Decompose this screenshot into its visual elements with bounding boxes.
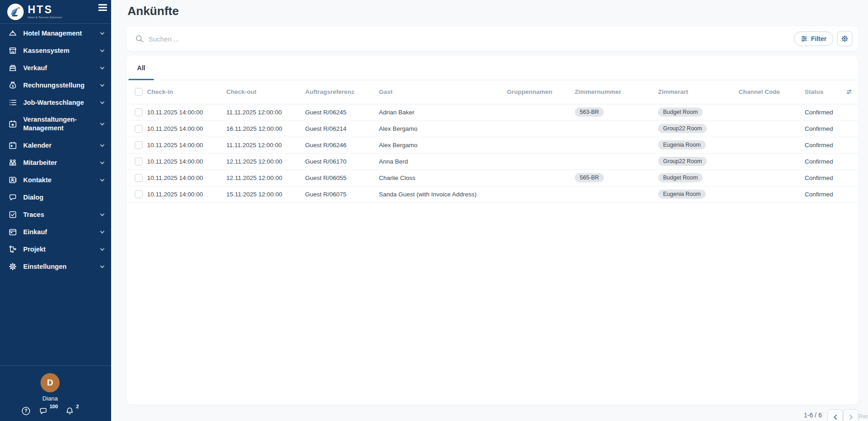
pagination-prev-button[interactable] bbox=[827, 409, 843, 421]
bell-icon[interactable] bbox=[65, 406, 75, 416]
check-in-cell: 10.11.2025 14:00:00 bbox=[147, 104, 226, 120]
group-name-cell bbox=[507, 169, 575, 186]
sidebar-item-dialog[interactable]: Dialog bbox=[0, 189, 111, 206]
table-row[interactable]: 10.11.2025 14:00:0012.11.2025 12:00:00Gu… bbox=[127, 169, 858, 186]
sidebar-item-kalender[interactable]: Kalender bbox=[0, 137, 111, 154]
column-header-channel-code: Channel Code bbox=[739, 80, 805, 104]
status-cell: Confirmed bbox=[805, 104, 845, 120]
gear-icon bbox=[841, 35, 849, 43]
hts-logo[interactable] bbox=[7, 4, 24, 20]
order-reference-cell: Guest R/06055 bbox=[305, 169, 379, 186]
avatar[interactable]: D bbox=[41, 373, 60, 392]
row-checkbox[interactable] bbox=[135, 141, 143, 149]
sidebar-item-einkauf[interactable]: Einkauf bbox=[0, 223, 111, 241]
table-row[interactable]: 10.11.2025 14:00:0011.11.2025 12:00:00Gu… bbox=[127, 104, 858, 120]
filter-button[interactable]: Filter bbox=[794, 31, 833, 46]
sidebar-item-label: Dialog bbox=[23, 193, 105, 202]
guest-cell: Adrian Baker bbox=[379, 104, 507, 120]
row-checkbox[interactable] bbox=[135, 125, 143, 133]
chevron-down-icon bbox=[100, 178, 105, 183]
chat-icon bbox=[8, 193, 17, 202]
channel-code-cell bbox=[739, 120, 805, 137]
check-in-cell: 10.11.2025 14:00:00 bbox=[147, 169, 226, 186]
guest-cell: Alex Bergamo bbox=[379, 137, 507, 153]
people-icon bbox=[8, 158, 17, 167]
sidebar-nav: Hotel ManagementKassensystemVerkauf$Rech… bbox=[0, 24, 111, 275]
room-number-cell bbox=[575, 120, 658, 137]
help-icon[interactable]: ? bbox=[21, 406, 31, 416]
table-row[interactable]: 10.11.2025 14:00:0015.11.2025 12:00:00Gu… bbox=[127, 186, 858, 202]
table-row[interactable]: 10.11.2025 14:00:0012.11.2025 12:00:00Gu… bbox=[127, 153, 858, 169]
status-cell: Confirmed bbox=[805, 137, 845, 153]
chevron-down-icon bbox=[100, 264, 105, 269]
room-type-badge: Group22 Room bbox=[658, 124, 707, 133]
search-input[interactable] bbox=[148, 35, 794, 43]
sidebar-item-label: Projekt bbox=[23, 245, 96, 254]
channel-code-cell bbox=[739, 153, 805, 169]
sidebar-item-label: Kassensystem bbox=[23, 46, 96, 55]
room-type-badge: Eugenia Room bbox=[658, 190, 706, 199]
chevron-down-icon bbox=[100, 230, 105, 235]
select-all-checkbox[interactable] bbox=[135, 88, 143, 96]
main-content: Ankünfte Filter bbox=[111, 0, 868, 421]
sidebar-item-hotel-management[interactable]: Hotel Management bbox=[0, 25, 111, 42]
row-checkbox[interactable] bbox=[135, 108, 143, 116]
sidebar-item-label: Einkauf bbox=[23, 228, 96, 236]
order-reference-cell: Guest R/06075 bbox=[305, 186, 379, 202]
chevron-right-icon bbox=[848, 414, 854, 420]
check-in-cell: 10.11.2025 14:00:00 bbox=[147, 137, 226, 153]
sidebar-item-veranstaltungen-management[interactable]: Veranstaltungen-Management bbox=[0, 111, 111, 137]
check-in-cell: 10.11.2025 14:00:00 bbox=[147, 120, 226, 137]
search-bar: Filter bbox=[127, 26, 858, 51]
order-reference-cell: Guest R/06245 bbox=[305, 104, 379, 120]
row-checkbox[interactable] bbox=[135, 190, 143, 198]
chat-icon[interactable] bbox=[39, 406, 49, 416]
wallet-icon bbox=[8, 227, 17, 236]
sidebar-item-rechnungsstellung[interactable]: $Rechnungsstellung bbox=[0, 77, 111, 94]
column-settings-icon[interactable] bbox=[845, 88, 858, 96]
svg-text:$: $ bbox=[12, 84, 14, 88]
table-row[interactable]: 10.11.2025 14:00:0011.11.2025 12:00:00Gu… bbox=[127, 137, 858, 153]
room-number-cell bbox=[575, 137, 658, 153]
room-type-cell: Group22 Room bbox=[658, 120, 739, 137]
sidebar-item-mitarbeiter[interactable]: Mitarbeiter bbox=[0, 154, 111, 171]
sidebar-item-label: Rechnungsstellung bbox=[23, 81, 96, 90]
settings-button[interactable] bbox=[837, 31, 853, 46]
room-type-badge: Group22 Room bbox=[658, 157, 707, 166]
list-icon bbox=[8, 98, 17, 107]
sidebar-item-label: Kontakte bbox=[23, 176, 96, 185]
status-cell: Confirmed bbox=[805, 169, 845, 186]
sidebar-item-verkauf[interactable]: Verkauf bbox=[0, 59, 111, 77]
tab-all[interactable]: All bbox=[128, 56, 154, 80]
sidebar-item-einstellungen[interactable]: Einstellungen bbox=[0, 258, 111, 275]
status-cell: Confirmed bbox=[805, 186, 845, 202]
sidebar-item-projekt[interactable]: Projekt bbox=[0, 241, 111, 258]
svg-text:?: ? bbox=[25, 408, 27, 413]
row-checkbox[interactable] bbox=[135, 158, 143, 165]
row-checkbox[interactable] bbox=[135, 174, 143, 182]
table-header-row: Check-in Check-out Auftragsreferenz Gast… bbox=[127, 80, 858, 104]
room-type-cell: Budget Room bbox=[658, 104, 739, 120]
sidebar-item-kassensystem[interactable]: Kassensystem bbox=[0, 42, 111, 59]
hamburger-menu-icon[interactable] bbox=[98, 4, 107, 11]
sidebar-item-label: Einstellungen bbox=[23, 262, 96, 271]
pagination-range: 1-6 / 6 bbox=[804, 411, 822, 419]
room-number-badge: 565-BR bbox=[575, 173, 604, 183]
check-out-cell: 12.11.2025 12:00:00 bbox=[226, 153, 305, 169]
room-number-cell bbox=[575, 153, 658, 169]
page-title: Ankünfte bbox=[128, 4, 179, 18]
pagination-next-button[interactable] bbox=[843, 409, 858, 421]
money-bag-icon: $ bbox=[8, 81, 17, 90]
column-header-check-out: Check-out bbox=[226, 80, 305, 104]
table-row[interactable]: 10.11.2025 14:00:0016.11.2025 12:00:00Gu… bbox=[127, 120, 858, 137]
sidebar-item-job-warteschlange[interactable]: Job-Warteschlange bbox=[0, 94, 111, 111]
storefront-icon bbox=[8, 46, 17, 55]
channel-code-cell bbox=[739, 186, 805, 202]
check-out-cell: 15.11.2025 12:00:00 bbox=[226, 186, 305, 202]
check-in-cell: 10.11.2025 14:00:00 bbox=[147, 186, 226, 202]
chevron-down-icon bbox=[100, 66, 105, 71]
chevron-down-icon bbox=[100, 48, 105, 53]
room-number-cell bbox=[575, 186, 658, 202]
sidebar-item-kontakte[interactable]: Kontakte bbox=[0, 171, 111, 189]
sidebar-item-traces[interactable]: Traces bbox=[0, 206, 111, 223]
